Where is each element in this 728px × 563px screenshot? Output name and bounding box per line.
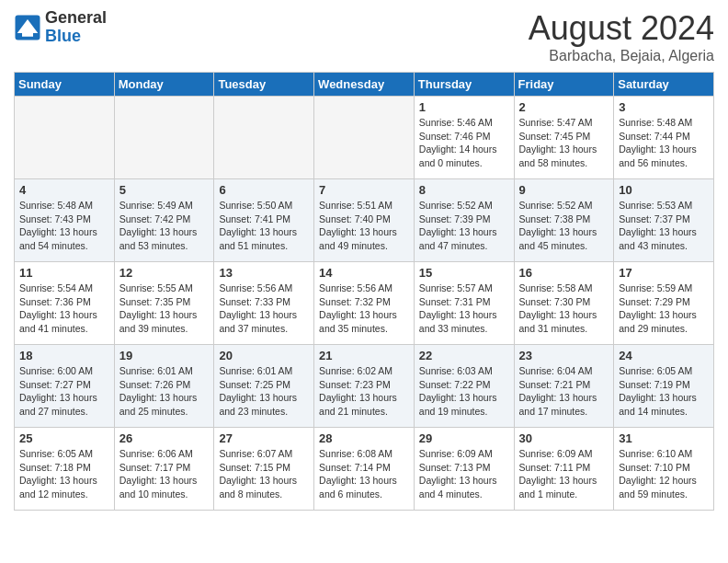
day-info: Sunrise: 6:01 AM Sunset: 7:26 PM Dayligh… — [119, 364, 210, 419]
day-number: 13 — [219, 266, 309, 280]
calendar-cell: 2Sunrise: 5:47 AM Sunset: 7:45 PM Daylig… — [514, 97, 614, 179]
week-row-1: 1Sunrise: 5:46 AM Sunset: 7:46 PM Daylig… — [15, 97, 714, 179]
day-info: Sunrise: 6:02 AM Sunset: 7:23 PM Dayligh… — [319, 364, 409, 419]
calendar-cell: 11Sunrise: 5:54 AM Sunset: 7:36 PM Dayli… — [15, 262, 115, 345]
day-number: 2 — [519, 100, 609, 114]
day-info: Sunrise: 5:54 AM Sunset: 7:36 PM Dayligh… — [19, 282, 109, 336]
day-number: 15 — [419, 266, 509, 280]
logo-text: General Blue — [45, 9, 107, 46]
calendar-cell: 20Sunrise: 6:01 AM Sunset: 7:25 PM Dayli… — [214, 345, 314, 428]
day-number: 16 — [519, 266, 609, 280]
calendar-cell: 16Sunrise: 5:58 AM Sunset: 7:30 PM Dayli… — [514, 262, 614, 345]
day-number: 25 — [19, 431, 109, 445]
calendar-cell: 30Sunrise: 6:09 AM Sunset: 7:11 PM Dayli… — [514, 428, 614, 511]
day-info: Sunrise: 6:09 AM Sunset: 7:11 PM Dayligh… — [519, 447, 609, 501]
calendar-cell: 26Sunrise: 6:06 AM Sunset: 7:17 PM Dayli… — [114, 428, 214, 511]
day-info: Sunrise: 5:55 AM Sunset: 7:35 PM Dayligh… — [119, 282, 210, 336]
calendar-cell: 15Sunrise: 5:57 AM Sunset: 7:31 PM Dayli… — [414, 262, 514, 345]
day-number: 5 — [119, 183, 210, 197]
day-info: Sunrise: 6:01 AM Sunset: 7:25 PM Dayligh… — [219, 364, 309, 419]
calendar-cell: 22Sunrise: 6:03 AM Sunset: 7:22 PM Dayli… — [414, 345, 514, 428]
calendar-table: SundayMondayTuesdayWednesdayThursdayFrid… — [14, 72, 714, 511]
calendar-cell — [114, 97, 214, 179]
day-number: 8 — [419, 183, 509, 197]
day-number: 6 — [219, 183, 309, 197]
calendar-cell: 31Sunrise: 6:10 AM Sunset: 7:10 PM Dayli… — [614, 428, 714, 511]
calendar-cell: 14Sunrise: 5:56 AM Sunset: 7:32 PM Dayli… — [314, 262, 415, 345]
day-number: 10 — [619, 183, 709, 197]
day-number: 23 — [519, 349, 609, 362]
day-number: 14 — [319, 266, 409, 280]
day-number: 3 — [619, 100, 709, 114]
day-info: Sunrise: 5:48 AM Sunset: 7:44 PM Dayligh… — [619, 116, 709, 170]
day-info: Sunrise: 5:52 AM Sunset: 7:38 PM Dayligh… — [519, 199, 609, 253]
day-info: Sunrise: 5:49 AM Sunset: 7:42 PM Dayligh… — [119, 199, 210, 253]
day-number: 27 — [219, 431, 309, 445]
day-info: Sunrise: 6:10 AM Sunset: 7:10 PM Dayligh… — [619, 447, 709, 501]
calendar-cell: 17Sunrise: 5:59 AM Sunset: 7:29 PM Dayli… — [614, 262, 714, 345]
day-info: Sunrise: 5:56 AM Sunset: 7:33 PM Dayligh… — [219, 282, 309, 336]
day-info: Sunrise: 5:48 AM Sunset: 7:43 PM Dayligh… — [19, 199, 109, 253]
week-row-3: 11Sunrise: 5:54 AM Sunset: 7:36 PM Dayli… — [15, 262, 714, 345]
calendar-cell: 8Sunrise: 5:52 AM Sunset: 7:39 PM Daylig… — [414, 179, 514, 262]
calendar-cell — [15, 97, 115, 179]
day-number: 30 — [519, 431, 609, 445]
day-info: Sunrise: 5:50 AM Sunset: 7:41 PM Dayligh… — [219, 199, 309, 253]
calendar-cell: 9Sunrise: 5:52 AM Sunset: 7:38 PM Daylig… — [514, 179, 614, 262]
day-info: Sunrise: 6:04 AM Sunset: 7:21 PM Dayligh… — [519, 364, 609, 419]
column-header-tuesday: Tuesday — [214, 73, 314, 97]
day-info: Sunrise: 6:05 AM Sunset: 7:19 PM Dayligh… — [619, 364, 709, 419]
day-info: Sunrise: 6:07 AM Sunset: 7:15 PM Dayligh… — [219, 447, 309, 501]
page-header: General Blue August 2024 Barbacha, Bejai… — [14, 9, 714, 64]
calendar-cell: 6Sunrise: 5:50 AM Sunset: 7:41 PM Daylig… — [214, 179, 314, 262]
calendar-cell: 18Sunrise: 6:00 AM Sunset: 7:27 PM Dayli… — [15, 345, 115, 428]
location: Barbacha, Bejaia, Algeria — [529, 48, 714, 64]
svg-rect-2 — [22, 33, 33, 37]
day-info: Sunrise: 6:09 AM Sunset: 7:13 PM Dayligh… — [419, 447, 509, 501]
calendar-cell: 27Sunrise: 6:07 AM Sunset: 7:15 PM Dayli… — [214, 428, 314, 511]
calendar-cell: 19Sunrise: 6:01 AM Sunset: 7:26 PM Dayli… — [114, 345, 214, 428]
calendar-cell — [314, 97, 415, 179]
day-number: 28 — [319, 431, 409, 445]
day-number: 12 — [119, 266, 210, 280]
day-number: 11 — [19, 266, 109, 280]
day-number: 1 — [419, 100, 509, 114]
logo: General Blue — [14, 9, 107, 46]
day-number: 29 — [419, 431, 509, 445]
day-info: Sunrise: 5:59 AM Sunset: 7:29 PM Dayligh… — [619, 282, 709, 336]
calendar-cell: 10Sunrise: 5:53 AM Sunset: 7:37 PM Dayli… — [614, 179, 714, 262]
day-number: 4 — [19, 183, 109, 197]
day-info: Sunrise: 5:53 AM Sunset: 7:37 PM Dayligh… — [619, 199, 709, 253]
column-header-saturday: Saturday — [614, 73, 714, 97]
calendar-cell: 5Sunrise: 5:49 AM Sunset: 7:42 PM Daylig… — [114, 179, 214, 262]
logo-icon — [14, 14, 41, 41]
day-number: 17 — [619, 266, 709, 280]
week-row-4: 18Sunrise: 6:00 AM Sunset: 7:27 PM Dayli… — [15, 345, 714, 428]
calendar-cell: 29Sunrise: 6:09 AM Sunset: 7:13 PM Dayli… — [414, 428, 514, 511]
day-info: Sunrise: 5:47 AM Sunset: 7:45 PM Dayligh… — [519, 116, 609, 170]
day-info: Sunrise: 5:52 AM Sunset: 7:39 PM Dayligh… — [419, 199, 509, 253]
day-number: 26 — [119, 431, 210, 445]
month-title: August 2024 — [529, 9, 714, 48]
column-header-thursday: Thursday — [414, 73, 514, 97]
calendar-cell: 4Sunrise: 5:48 AM Sunset: 7:43 PM Daylig… — [15, 179, 115, 262]
day-number: 31 — [619, 431, 709, 445]
header-row: SundayMondayTuesdayWednesdayThursdayFrid… — [15, 73, 714, 97]
calendar-cell: 28Sunrise: 6:08 AM Sunset: 7:14 PM Dayli… — [314, 428, 415, 511]
week-row-2: 4Sunrise: 5:48 AM Sunset: 7:43 PM Daylig… — [15, 179, 714, 262]
column-header-wednesday: Wednesday — [314, 73, 415, 97]
calendar-cell: 13Sunrise: 5:56 AM Sunset: 7:33 PM Dayli… — [214, 262, 314, 345]
day-info: Sunrise: 5:56 AM Sunset: 7:32 PM Dayligh… — [319, 282, 409, 336]
day-info: Sunrise: 5:46 AM Sunset: 7:46 PM Dayligh… — [419, 116, 509, 170]
day-info: Sunrise: 6:08 AM Sunset: 7:14 PM Dayligh… — [319, 447, 409, 501]
calendar-cell: 21Sunrise: 6:02 AM Sunset: 7:23 PM Dayli… — [314, 345, 415, 428]
day-number: 19 — [119, 349, 210, 362]
day-info: Sunrise: 5:51 AM Sunset: 7:40 PM Dayligh… — [319, 199, 409, 253]
column-header-sunday: Sunday — [15, 73, 115, 97]
calendar-cell: 7Sunrise: 5:51 AM Sunset: 7:40 PM Daylig… — [314, 179, 415, 262]
day-number: 7 — [319, 183, 409, 197]
day-info: Sunrise: 6:00 AM Sunset: 7:27 PM Dayligh… — [19, 364, 109, 419]
calendar-cell — [214, 97, 314, 179]
day-number: 18 — [19, 349, 109, 362]
day-number: 9 — [519, 183, 609, 197]
